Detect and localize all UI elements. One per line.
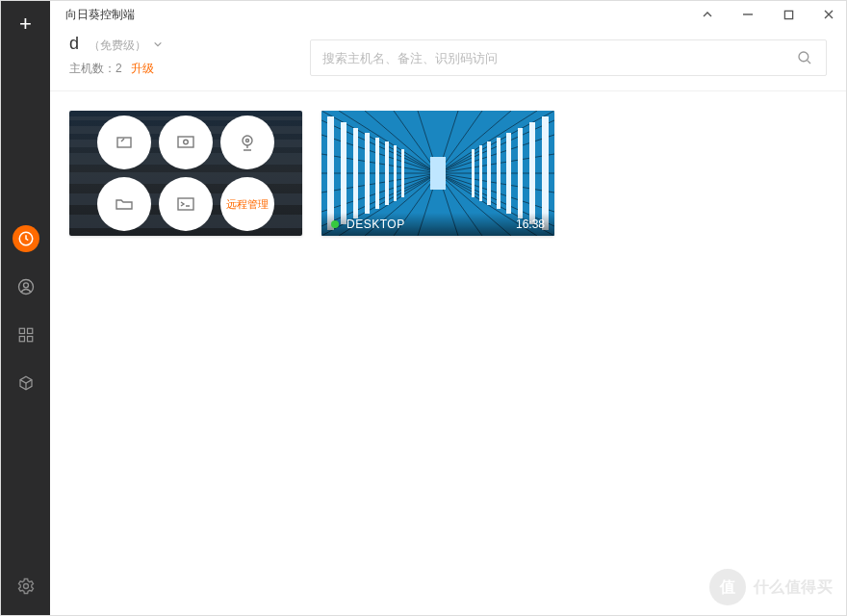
svg-rect-32 — [472, 149, 475, 197]
svg-rect-31 — [479, 145, 482, 201]
account-tier: （免费级） — [89, 38, 146, 54]
host-status-bar: DESKTOP 16:38 — [321, 213, 554, 236]
sidebar: + — [1, 1, 50, 615]
svg-point-14 — [246, 140, 249, 142]
host-card-thumbnail[interactable]: DESKTOP 16:38 — [321, 111, 554, 236]
svg-rect-28 — [506, 133, 511, 214]
action-remote-mgmt[interactable]: 远程管理 — [220, 177, 274, 231]
main-panel: 向日葵控制端 d （免费级） 主机数：2 升级 — [50, 1, 846, 615]
minimize-icon — [742, 9, 754, 20]
svg-rect-26 — [529, 122, 535, 224]
svg-rect-22 — [385, 141, 389, 205]
svg-point-2 — [23, 283, 28, 288]
search-box[interactable] — [310, 39, 827, 76]
clock-icon — [17, 230, 35, 247]
expand-button[interactable] — [700, 7, 715, 22]
svg-rect-4 — [27, 328, 32, 333]
account-dropdown[interactable] — [152, 38, 164, 52]
host-time: 16:38 — [516, 218, 545, 231]
minimize-button[interactable] — [740, 7, 756, 22]
sidebar-item-hosts[interactable] — [13, 225, 39, 252]
svg-rect-27 — [518, 128, 523, 218]
action-view[interactable] — [159, 116, 213, 169]
maximize-icon — [783, 10, 794, 20]
svg-rect-30 — [487, 141, 491, 205]
folder-icon — [113, 192, 136, 216]
account-line1: d （免费级） — [69, 34, 291, 54]
svg-rect-6 — [27, 337, 32, 342]
maximize-button[interactable] — [781, 7, 796, 22]
discover-icon — [16, 277, 36, 296]
account-line2: 主机数：2 升级 — [69, 61, 291, 77]
settings-button[interactable] — [16, 577, 36, 600]
account-block: d （免费级） 主机数：2 升级 — [69, 34, 291, 77]
action-desktop[interactable] — [97, 116, 151, 169]
desktop-icon — [113, 131, 136, 154]
close-button[interactable] — [821, 7, 836, 22]
apps-icon — [17, 326, 35, 344]
sidebar-item-discover[interactable] — [13, 273, 39, 300]
svg-rect-24 — [401, 149, 404, 197]
add-host-button[interactable]: + — [1, 1, 50, 47]
close-icon — [823, 9, 834, 20]
svg-point-7 — [23, 584, 28, 589]
action-cmd[interactable] — [159, 177, 213, 231]
svg-rect-33 — [430, 157, 446, 190]
view-icon — [173, 131, 198, 154]
watermark: 值 什么值得买 — [709, 569, 834, 605]
upgrade-link[interactable]: 升级 — [131, 62, 154, 75]
hosts-grid: 远程管理 — [50, 91, 846, 255]
svg-rect-11 — [178, 137, 193, 147]
search-icon — [796, 49, 813, 66]
sidebar-item-3d[interactable] — [13, 370, 39, 397]
hosts-count: 2 — [116, 62, 122, 75]
gear-icon — [16, 577, 36, 596]
window-title: 向日葵控制端 — [65, 7, 700, 23]
host-name: DESKTOP — [346, 218, 516, 231]
hosts-label: 主机数： — [69, 62, 116, 75]
action-file[interactable] — [97, 177, 151, 231]
svg-rect-5 — [19, 337, 24, 342]
action-grid: 远程管理 — [69, 111, 302, 236]
search-input[interactable] — [322, 51, 795, 65]
svg-point-12 — [184, 140, 189, 144]
svg-rect-21 — [375, 138, 379, 209]
chevron-up-icon — [702, 9, 713, 20]
svg-rect-15 — [178, 198, 193, 210]
action-camera[interactable] — [220, 116, 274, 169]
svg-rect-8 — [784, 11, 792, 18]
chevron-down-icon — [152, 39, 164, 49]
watermark-text: 什么值得买 — [754, 578, 834, 598]
sidebar-item-apps[interactable] — [13, 321, 39, 348]
svg-rect-19 — [353, 128, 358, 218]
watermark-badge: 值 — [709, 569, 746, 605]
svg-point-13 — [243, 136, 252, 145]
camera-icon — [236, 131, 259, 154]
svg-rect-20 — [365, 133, 370, 214]
svg-point-9 — [799, 52, 808, 62]
svg-rect-29 — [497, 138, 500, 209]
cube-icon — [17, 374, 35, 392]
svg-rect-23 — [394, 145, 397, 201]
svg-rect-18 — [341, 122, 346, 224]
status-online-icon — [331, 220, 339, 228]
titlebar: 向日葵控制端 — [50, 1, 846, 28]
account-name: d — [69, 34, 87, 54]
sidebar-nav — [13, 225, 39, 397]
host-card-actions[interactable]: 远程管理 — [69, 111, 302, 236]
search-button[interactable] — [795, 48, 814, 67]
window-controls — [700, 7, 836, 22]
terminal-icon — [174, 192, 197, 216]
svg-rect-3 — [19, 328, 24, 333]
header-row: d （免费级） 主机数：2 升级 — [50, 28, 846, 91]
